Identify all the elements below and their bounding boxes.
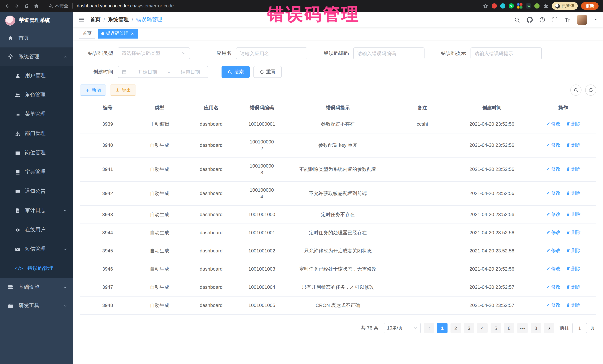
edit-link[interactable]: 修改: [546, 190, 560, 197]
breadcrumb-system[interactable]: 系统管理: [108, 16, 129, 23]
page-size-select[interactable]: 10条/页: [384, 323, 421, 333]
cell-msg: 定时任务的处理器已经存在: [285, 224, 391, 242]
sidebar-item-home[interactable]: 首页: [0, 29, 73, 47]
security-chip[interactable]: 不安全: [48, 3, 68, 9]
sidebar-item-audit-log[interactable]: 审计日志: [0, 201, 73, 220]
chevron-down-icon: [413, 326, 417, 330]
error-type-select[interactable]: 请选择错误码类型: [118, 47, 190, 59]
sidebar-item-roles[interactable]: 角色管理: [0, 85, 73, 105]
delete-link[interactable]: 删除: [566, 142, 580, 148]
page-button-1[interactable]: 1: [437, 323, 448, 333]
error-hint-input[interactable]: [471, 47, 542, 59]
edit-link[interactable]: 修改: [546, 166, 560, 172]
fullscreen-icon[interactable]: [552, 16, 558, 23]
end-date-input[interactable]: [177, 69, 204, 75]
edit-link[interactable]: 修改: [546, 302, 560, 309]
error-code-label: 错误码编码: [315, 50, 349, 57]
page-button-8[interactable]: 8: [531, 323, 541, 333]
delete-link[interactable]: 删除: [566, 211, 580, 218]
delete-link[interactable]: 删除: [566, 265, 580, 272]
reset-button[interactable]: 重置: [254, 66, 282, 78]
close-icon[interactable]: ×: [131, 31, 134, 36]
toggle-search-button[interactable]: [570, 85, 581, 96]
tags-view-bar: 首页 错误码管理 ×: [73, 27, 603, 40]
logo[interactable]: 芋道管理系统: [0, 12, 73, 29]
more-pages-button[interactable]: •••: [517, 323, 528, 333]
extension-teal-icon[interactable]: [500, 3, 505, 9]
update-button[interactable]: 更新: [581, 2, 599, 10]
error-code-input[interactable]: [353, 47, 425, 59]
sidebar-item-infrastructure[interactable]: 基础设施: [0, 278, 73, 297]
extension-green-icon[interactable]: V: [509, 3, 514, 9]
address-bar[interactable]: dashboard.yudao.iocoder.cn/system/error-…: [77, 3, 174, 9]
edit-link[interactable]: 修改: [546, 247, 560, 254]
tab-home[interactable]: 首页: [79, 29, 95, 38]
extension-leaf-icon[interactable]: [534, 3, 539, 9]
delete-link[interactable]: 删除: [566, 229, 580, 236]
caret-down-icon[interactable]: [593, 17, 598, 22]
export-button[interactable]: 导出: [110, 85, 136, 96]
prev-page-button[interactable]: [424, 323, 434, 333]
app-name-input[interactable]: [236, 47, 307, 59]
goto-page-input[interactable]: [572, 323, 587, 333]
extensions-puzzle-icon[interactable]: [543, 3, 548, 9]
filter-form: 错误码类型 请选择错误码类型 应用名 错误码编码: [80, 42, 596, 78]
delete-link[interactable]: 删除: [566, 247, 580, 254]
sidebar-item-menus[interactable]: 菜单管理: [0, 105, 73, 124]
extension-grid-icon[interactable]: [517, 3, 522, 9]
reload-icon[interactable]: [24, 3, 29, 9]
page-button-5[interactable]: 5: [491, 323, 501, 333]
delete-link[interactable]: 删除: [566, 302, 580, 309]
edit-link[interactable]: 修改: [546, 265, 560, 272]
search-button[interactable]: 搜索: [221, 66, 250, 78]
font-size-icon[interactable]: [564, 16, 571, 23]
page-button-4[interactable]: 4: [477, 323, 487, 333]
browser-home-icon[interactable]: [33, 3, 39, 9]
sidebar-item-positions[interactable]: 岗位管理: [0, 143, 73, 162]
cell-type: 自动生成: [135, 133, 184, 157]
refresh-table-button[interactable]: [585, 85, 596, 96]
cell-msg: 定时任务不存在: [285, 206, 391, 224]
extension-on-badge[interactable]: on: [526, 3, 531, 9]
user-avatar[interactable]: [577, 15, 587, 25]
page-button-6[interactable]: 6: [504, 323, 514, 333]
sidebar-item-sms[interactable]: 短信管理: [0, 240, 73, 259]
add-button[interactable]: 新增: [80, 85, 106, 96]
sidebar-item-users[interactable]: 用户管理: [0, 66, 73, 85]
paused-pill[interactable]: 已暂停: [552, 2, 578, 10]
tab-error-code[interactable]: 错误码管理 ×: [98, 29, 138, 38]
search-icon[interactable]: [514, 16, 520, 23]
panda-face-icon: [555, 3, 560, 8]
forward-icon[interactable]: [14, 3, 20, 9]
page-button-3[interactable]: 3: [464, 323, 474, 333]
help-icon[interactable]: [539, 16, 545, 23]
delete-link[interactable]: 删除: [566, 284, 580, 290]
start-date-input[interactable]: [134, 69, 161, 75]
delete-link[interactable]: 删除: [566, 190, 580, 197]
sidebar-item-dictionary[interactable]: 字典管理: [0, 162, 73, 182]
sidebar-item-system[interactable]: 系统管理: [0, 47, 73, 66]
edit-link[interactable]: 修改: [546, 284, 560, 290]
back-icon[interactable]: [4, 3, 10, 9]
edit-link[interactable]: 修改: [546, 142, 560, 148]
edit-link[interactable]: 修改: [546, 229, 560, 236]
bookmark-star-icon[interactable]: [483, 3, 488, 9]
sidebar-item-error-code[interactable]: 错误码管理: [0, 259, 73, 278]
sidebar-item-announcements[interactable]: 通知公告: [0, 182, 73, 201]
extension-red-icon[interactable]: [491, 3, 497, 9]
edit-link[interactable]: 修改: [546, 211, 560, 218]
page-button-2[interactable]: 2: [451, 323, 461, 333]
hamburger-icon[interactable]: [78, 16, 85, 23]
sidebar-item-online-users[interactable]: 在线用户: [0, 220, 73, 240]
message-icon: [15, 188, 20, 194]
github-icon[interactable]: [527, 16, 533, 23]
next-page-button[interactable]: [544, 323, 554, 333]
sidebar-item-departments[interactable]: 部门管理: [0, 124, 73, 143]
delete-link[interactable]: 删除: [566, 166, 580, 172]
date-range-picker[interactable]: -: [118, 66, 208, 78]
delete-icon: [566, 285, 570, 289]
edit-link[interactable]: 修改: [546, 121, 560, 127]
delete-link[interactable]: 删除: [566, 121, 580, 127]
breadcrumb-home[interactable]: 首页: [90, 16, 101, 23]
sidebar-item-dev-tools[interactable]: 研发工具: [0, 297, 73, 315]
